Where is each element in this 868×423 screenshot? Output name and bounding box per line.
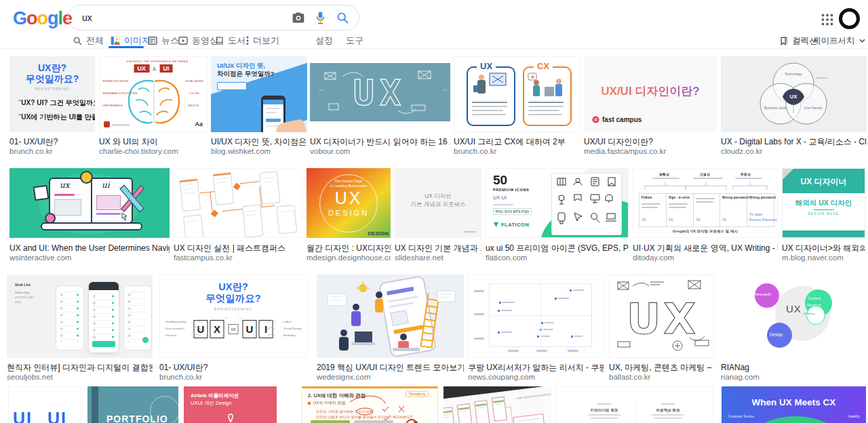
tab-books[interactable]: 도서 <box>215 33 245 48</box>
search-input[interactable]: ux <box>82 12 292 23</box>
result-thumbnail[interactable]: When UX Meets CX Customer Service Usabil… <box>722 386 866 423</box>
result-thumbnail[interactable]: KNOWING THE DIFFERENCE BETWEEN UX & UI I… <box>99 56 208 132</box>
result-title[interactable]: 01- UX/UI란? <box>159 363 307 373</box>
result-thumbnail[interactable]: PORTFOLIO <box>87 386 178 423</box>
camera-search-icon[interactable] <box>292 11 305 24</box>
gear-icon <box>80 171 93 184</box>
result-thumbnail[interactable]: UX <box>310 56 450 132</box>
result-thumbnail[interactable]: UIUI <box>8 386 81 423</box>
wireframe-flow-illustration <box>174 168 302 238</box>
icon-grid-card <box>551 173 622 235</box>
result-thumbnail[interactable]: The Hottest Topic In Leading Businesses … <box>307 168 391 238</box>
google-logo[interactable]: Google <box>13 8 72 29</box>
result-title[interactable]: UI/UX 디자인 뜻, 차이점은 ... <box>211 137 307 147</box>
search-icon[interactable] <box>336 11 349 24</box>
result-domain: ballast.co.kr <box>609 373 714 381</box>
more-vertical-icon <box>246 36 249 45</box>
svg-text:Technology: Technology <box>785 72 802 76</box>
result-thumbnail[interactable]: Viewpoint1 카피라이팅 측면 Viewpoint2 트랜젝션 측면 <box>556 386 713 423</box>
result-thumbnail[interactable]: 명확성 간결성 유용성 Failure OK Sign - in error O… <box>633 168 778 238</box>
ux-writing-circle: UX Writing <box>806 306 825 325</box>
svg-text:Business Goal: Business Goal <box>764 106 786 110</box>
result-domain: ditoday.com <box>633 254 778 262</box>
result-thumbnail[interactable]: User Experience flowchart <box>443 386 551 423</box>
venn-diagram-illustration: UX Technology Business Goal User Needs <box>721 56 867 132</box>
result-thumbnail[interactable] <box>468 275 604 358</box>
result-title[interactable]: RIANag <box>721 363 863 373</box>
tools-button[interactable]: 도구 <box>346 33 363 48</box>
chevron-down-icon <box>859 39 865 43</box>
result-domain: vobour.com <box>310 147 450 155</box>
result-title[interactable]: UX - Digital Labs for X - 교육/리소스 - Cloud… <box>721 137 867 147</box>
result-thumbnail[interactable]: Airbnb 어플리케이션 UXUI 개선 Design <box>184 386 277 423</box>
result-title[interactable]: UX, 마케팅, 콘텐츠 마케팅 – Ballast I&C <box>609 363 714 373</box>
book-icon <box>215 36 224 45</box>
google-image-search-page: { "colors":{"accent_blue":"#1a73e8","g_b… <box>0 0 868 423</box>
result-thumbnail[interactable]: UX CX ★ <box>454 56 580 132</box>
avatar[interactable] <box>839 8 860 29</box>
brain-illustration <box>117 77 191 127</box>
flowchart-sheet: User Experience flowchart <box>443 386 551 423</box>
result-thumbnail[interactable]: 2. UX에 대한 이해와 관점 Tacademy UX의 이해와 관점 인간의… <box>302 386 438 423</box>
tab-videos[interactable]: 동영상 <box>178 33 218 48</box>
apps-grid-icon[interactable] <box>821 14 833 26</box>
result-title[interactable]: UI·UX 기획의 새로운 영역, UX Writing - DIGITAL I… <box>633 243 778 254</box>
result-domain: m.blog.naver.com <box>782 254 865 262</box>
research-circle: Research <box>755 283 779 308</box>
result-thumbnail[interactable]: UX 디자이너 해외의 UX 디자인 DESIGN MAGE <box>782 168 865 238</box>
search-bar[interactable]: ux <box>68 5 359 31</box>
result-domain: blog.wishket.com <box>211 147 307 155</box>
cx-card-illustration: ★ <box>527 72 565 98</box>
result-thumbnail[interactable]: UI/UX 디자인 뜻, 차이점은 무엇일까? <box>211 56 307 132</box>
result-thumbnail[interactable]: UX Research Content Strategy UX Writing … <box>721 275 863 358</box>
result-title[interactable]: 월간 디자인 : UX디자인 | 매... <box>307 243 391 254</box>
result-thumbnail[interactable]: UX란? 무엇일까요? BRAINSTORMING U X vs U I Usa… <box>159 275 307 358</box>
result-title[interactable]: UX 디자이너가 반드시 읽어야 하는 16 개의 "인용문" | v... <box>310 137 450 147</box>
cta-chip <box>217 82 247 90</box>
voice-search-icon[interactable] <box>315 11 326 24</box>
tab-more[interactable]: 더보기 <box>246 33 279 48</box>
svg-text:UX: UX <box>353 73 407 113</box>
result-thumbnail[interactable]: UX란? 무엇일까요? BRAINSTORMING ˝UX? UI? 그건 무엇… <box>9 56 95 132</box>
result-title[interactable]: 쿠팡 UX리서처가 말하는 리서치 - 쿠팡 뉴스룸 <box>468 363 604 373</box>
result-thumbnail[interactable]: UX 디자인 기본 개념과 프로세스 <box>395 168 481 238</box>
result-title[interactable]: UX 와 UI의 차이 <box>99 137 208 147</box>
result-thumbnail[interactable]: UX <box>609 275 714 358</box>
result-thumbnail[interactable] <box>174 168 302 238</box>
svg-text:UX: UX <box>627 294 698 344</box>
result-title[interactable]: 현직자 인터뷰] 디자인과 디지털이 결합된 직업, UI/UX ... <box>7 363 153 373</box>
tab-all[interactable]: 전체 <box>73 33 104 48</box>
logo-letter: g <box>47 8 58 28</box>
ux-writing-table: Failure OK Sign - in error OK OK Wrong p… <box>639 193 774 227</box>
result-domain: news.coupang.com <box>468 373 604 381</box>
settings-button[interactable]: 설정 <box>315 33 333 48</box>
result-thumbnail[interactable]: Stok List Mobile App iOS 375 x 667 2017 <box>7 275 153 358</box>
images-icon <box>111 36 120 45</box>
airbnb-logo-icon <box>222 412 239 423</box>
result-title[interactable]: 01- UX/UI란? <box>9 137 95 147</box>
result-domain: wedesignx.com <box>317 373 464 381</box>
result-title[interactable]: UX 디자인 실전 | 패스트캠퍼스 <box>174 243 302 254</box>
result-title[interactable]: UX 디자이너>와 해외의<U... <box>782 243 865 254</box>
result-thumbnail[interactable] <box>317 275 464 358</box>
results-grid: UX란? 무엇일까요? BRAINSTORMING ˝UX? UI? 그건 무엇… <box>0 48 868 423</box>
tab-news[interactable]: 뉴스 <box>148 33 179 48</box>
collections-icon <box>780 37 788 45</box>
result-thumbnail[interactable]: 50 PREMIUM ICONS UX UI PNG SVG EPS PSD F… <box>486 168 629 238</box>
design-circle: Design <box>767 323 792 348</box>
result-thumbnail[interactable]: UX Technology Business Goal User Needs <box>721 56 867 132</box>
result-title[interactable]: UX 디자인 기본 개념과 프로... <box>395 243 481 254</box>
result-thumbnail[interactable]: UX/UI 디자인이란? fast campus <box>584 56 717 132</box>
phone-mockup <box>88 281 119 353</box>
result-domain: media.fastcampus.co.kr <box>584 147 717 155</box>
news-icon <box>148 36 157 45</box>
magnifier-icon <box>73 36 82 45</box>
result-thumbnail[interactable]: ux ui <box>9 168 170 238</box>
result-title[interactable]: ux ui 50 프리미엄 아이콘 (SVG, EPS, PSD, PNG 파일… <box>486 243 629 254</box>
fastcampus-logo-icon <box>592 116 599 123</box>
safesearch-button[interactable]: 세이프서치 <box>812 33 865 48</box>
result-title[interactable]: UX and UI: When the User Determines Navi… <box>9 243 170 254</box>
result-title[interactable]: UX/UI 디자인이란? <box>584 137 717 147</box>
result-title[interactable]: 2019 핵심 UX/UI 디자인 트렌드 모아보기 – 위디엑스 <box>317 363 464 373</box>
result-title[interactable]: UX/UI 그리고 CX에 대하여 2부 <box>454 137 580 147</box>
